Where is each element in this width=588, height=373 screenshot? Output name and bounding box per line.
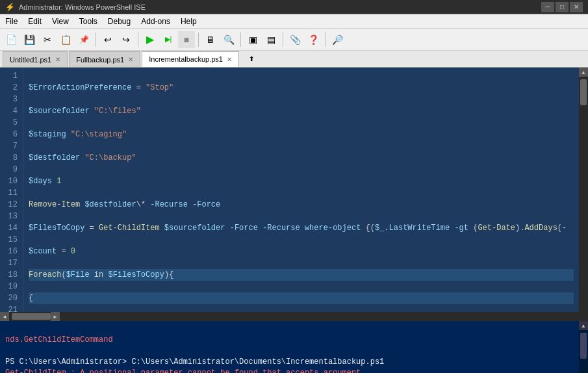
tab-fullbackup[interactable]: Fullbackup.ps1 ✕ <box>69 51 140 67</box>
menu-addons[interactable]: Add-ons <box>136 14 175 28</box>
autocomplete-line: nds.GetChildItemCommand <box>5 335 113 344</box>
h-scroll-thumb[interactable] <box>12 313 51 320</box>
tab-untitled-close[interactable]: ✕ <box>55 56 60 63</box>
zoom-in-button[interactable]: 🔍 <box>220 31 237 48</box>
h-scroll-right[interactable]: ▶ <box>51 312 60 321</box>
tab-fullbackup-label: Fullbackup.ps1 <box>76 56 124 64</box>
zoom-out-button[interactable]: 🔎 <box>329 31 346 48</box>
line-numbers: 12345 678910 1112131415 1617181920 2122 <box>0 68 23 312</box>
terminal-container: nds.GetChildItemCommand PS C:\Users\Admi… <box>0 321 588 373</box>
powershell-icon: ⚡ <box>5 3 15 12</box>
stop-button[interactable]: ■ <box>178 31 195 48</box>
terminal-area: nds.GetChildItemCommand PS C:\Users\Admi… <box>0 321 588 373</box>
separator-2 <box>138 32 138 47</box>
separator-6 <box>325 32 326 47</box>
tab-untitled-label: Untitled1.ps1 <box>10 56 51 64</box>
tab-incrementalbackup-close[interactable]: ✕ <box>227 56 232 63</box>
run-selection-button[interactable]: ▶| <box>160 31 177 48</box>
title-controls: ─ □ ✕ <box>541 2 583 12</box>
undo-button[interactable]: ↩ <box>99 31 116 48</box>
title-left: ⚡ Administrator: Windows PowerShell ISE <box>5 3 146 12</box>
error-line-1: Get-ChildItem : A positional parameter c… <box>5 368 361 373</box>
minimize-button[interactable]: ─ <box>541 2 554 12</box>
tab-bar: Untitled1.ps1 ✕ Fullbackup.ps1 ✕ Increme… <box>0 51 588 68</box>
tab-fullbackup-close[interactable]: ✕ <box>128 56 133 63</box>
tab-incrementalbackup-label: Incrementalbackup.ps1 <box>149 55 223 63</box>
menu-file[interactable]: File <box>0 14 23 28</box>
menu-debug[interactable]: Debug <box>103 14 136 28</box>
term-scroll-thumb[interactable] <box>580 333 587 359</box>
save-button[interactable]: 💾 <box>21 31 38 48</box>
menu-help[interactable]: Help <box>175 14 202 28</box>
cut-button[interactable]: ✂ <box>39 31 56 48</box>
separator-5 <box>283 32 283 47</box>
redo-button[interactable]: ↪ <box>118 31 134 48</box>
tab-scroll-right[interactable]: ⬆ <box>243 51 260 67</box>
code-container: 12345 678910 1112131415 1617181920 2122 … <box>0 68 588 312</box>
h-scrollbar[interactable]: ◀ ▶ <box>0 312 588 321</box>
separator-3 <box>198 32 199 47</box>
editor-area: 12345 678910 1112131415 1617181920 2122 … <box>0 68 588 321</box>
editor-scrollbar[interactable]: ▲ <box>579 68 588 312</box>
help-button[interactable]: ❓ <box>305 31 322 48</box>
terminal-scrollbar[interactable]: ▲ <box>579 321 588 373</box>
menu-bar: File Edit View Tools Debug Add-ons Help <box>0 14 588 29</box>
menu-tools[interactable]: Tools <box>74 14 103 28</box>
menu-edit[interactable]: Edit <box>23 14 47 28</box>
prompt-line: PS C:\Users\Administrator> C:\Users\Admi… <box>5 357 384 367</box>
toggle-console-button[interactable]: ▤ <box>262 31 279 48</box>
h-scroll-left[interactable]: ◀ <box>0 312 9 321</box>
snippet-button[interactable]: 📎 <box>287 31 303 48</box>
editor-terminal: 12345 678910 1112131415 1617181920 2122 … <box>0 68 588 373</box>
separator-1 <box>96 32 96 47</box>
close-button[interactable]: ✕ <box>570 2 583 12</box>
toolbar: 📄 💾 ✂ 📋 📌 ↩ ↪ ▶ ▶| ■ 🖥 🔍 ▣ ▤ 📎 ❓ 🔎 <box>0 29 588 51</box>
scroll-up-arrow[interactable]: ▲ <box>579 68 588 77</box>
paste-button[interactable]: 📌 <box>75 31 92 48</box>
menu-view[interactable]: View <box>47 14 74 28</box>
title-bar: ⚡ Administrator: Windows PowerShell ISE … <box>0 0 588 14</box>
new-tab-button[interactable]: 🖥 <box>202 31 219 48</box>
scroll-thumb[interactable] <box>580 79 587 105</box>
new-button[interactable]: 📄 <box>3 31 19 48</box>
tab-untitled[interactable]: Untitled1.ps1 ✕ <box>3 51 68 67</box>
toggle-script-button[interactable]: ▣ <box>244 31 261 48</box>
separator-4 <box>240 32 241 47</box>
maximize-button[interactable]: □ <box>556 2 569 12</box>
tab-incrementalbackup[interactable]: Incrementalbackup.ps1 ✕ <box>142 51 239 67</box>
code-editor[interactable]: $ErrorActionPreference = "Stop" $sourcef… <box>23 68 579 312</box>
window-title: Administrator: Windows PowerShell ISE <box>19 3 146 11</box>
run-button[interactable]: ▶ <box>142 31 159 48</box>
terminal-content[interactable]: nds.GetChildItemCommand PS C:\Users\Admi… <box>0 321 579 373</box>
term-scroll-up[interactable]: ▲ <box>579 321 588 330</box>
main-window: ⚡ Administrator: Windows PowerShell ISE … <box>0 0 588 373</box>
copy-button[interactable]: 📋 <box>57 31 74 48</box>
